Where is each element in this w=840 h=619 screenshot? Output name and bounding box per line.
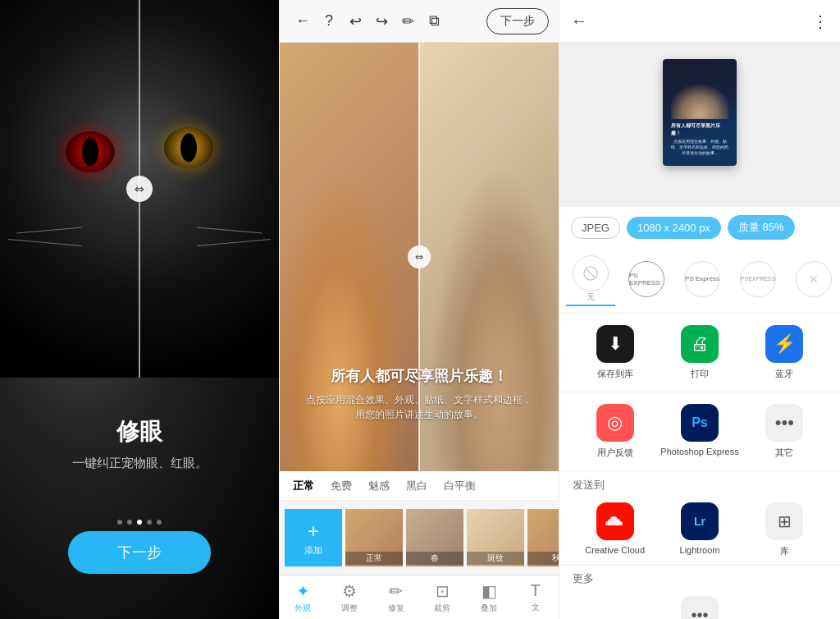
format-resolution[interactable]: 1080 x 2400 px xyxy=(627,217,721,239)
filter-thumb-autumn-label: 秋 xyxy=(527,552,559,565)
back-icon[interactable]: ← xyxy=(290,8,316,34)
nav-overlay[interactable]: ◧ 叠加 xyxy=(466,581,513,614)
filter-tab-wb[interactable]: 白平衡 xyxy=(444,479,476,493)
text-label: 文 xyxy=(532,602,540,613)
plus-icon: + xyxy=(308,520,319,543)
adjust-label: 调整 xyxy=(341,603,358,614)
repair-label: 修复 xyxy=(388,603,404,614)
redo-icon[interactable]: ↪ xyxy=(368,8,395,34)
action-print[interactable]: 🖨 打印 xyxy=(657,325,742,380)
feedback-icon: ◎ xyxy=(596,404,634,442)
creative-cloud-icon xyxy=(596,502,634,540)
overlay-icon: ◧ xyxy=(482,581,497,601)
logo-ps1[interactable]: PS EXPRESS xyxy=(622,261,671,300)
nav-repair[interactable]: ✏ 修复 xyxy=(372,581,419,614)
share-section: ⬇ 保存到库 🖨 打印 ⚡ 蓝牙 ◎ 用户反馈 Ps Photoshop Exp… xyxy=(559,314,840,619)
format-row: JPEG 1080 x 2400 px 质量 85% xyxy=(559,207,840,248)
overlay-desc: 点按应用混合效果、外观、贴纸、文字样式和边框，用您的照片讲述生动的故事。 xyxy=(304,392,534,422)
menu-icon-share[interactable]: ⋮ xyxy=(812,11,829,31)
filter-thumb-normal-label: 正常 xyxy=(345,552,403,565)
action-save[interactable]: ⬇ 保存到库 xyxy=(573,325,657,380)
back-button-share[interactable]: ← xyxy=(571,11,587,30)
ps-icon: Ps xyxy=(681,404,719,442)
logo-ps3[interactable]: PSEXPRESS xyxy=(733,261,783,300)
filter-thumb-spring[interactable]: 春 xyxy=(406,509,463,566)
bluetooth-icon: ⚡ xyxy=(765,325,803,363)
preview-card-desc: 点按应用混合效果、外观、贴纸、文字样式和边框，用您的照片讲述生动的故事。 xyxy=(671,139,728,156)
action-creative-cloud[interactable]: Creative Cloud xyxy=(573,502,657,555)
action-more-dots[interactable]: ••• xyxy=(573,596,827,619)
filter-thumbnails: + 添加 正常 春 斑纹 秋 xyxy=(280,501,559,575)
ps-logo-3: PSEXPRESS xyxy=(740,261,776,297)
filter-thumb-normal[interactable]: 正常 xyxy=(345,509,403,566)
add-label: 添加 xyxy=(304,544,322,557)
more-icon: ••• xyxy=(765,404,803,442)
format-quality[interactable]: 质量 85% xyxy=(728,215,795,240)
send-to-label: 发送到 xyxy=(559,471,840,496)
next-button-panel1[interactable]: 下一步 xyxy=(68,531,211,574)
ps-logo-row: 无 PS EXPRESS PS Express PSEXPRESS ✕ xyxy=(559,248,840,314)
lightroom-icon: Lr xyxy=(681,502,719,540)
action-library[interactable]: ⊞ 库 xyxy=(742,502,827,557)
add-filter-button[interactable]: + 添加 xyxy=(285,509,342,566)
ps-logo-4: ✕ xyxy=(796,261,832,297)
logo-none-label: 无 xyxy=(587,291,595,303)
filter-thumb-spring-label: 春 xyxy=(406,552,463,565)
lr-label: Lightroom xyxy=(680,545,720,555)
bottom-nav: ✦ 外观 ⚙ 调整 ✏ 修复 ⊡ 裁剪 ◧ 叠加 T 文 xyxy=(280,575,559,619)
dot-5 xyxy=(157,520,162,525)
action-photoshop[interactable]: Ps Photoshop Express xyxy=(657,404,742,456)
photo-split-icon: ⇔ xyxy=(408,245,431,268)
logo-none[interactable]: 无 xyxy=(566,255,615,306)
split-icon: ⇔ xyxy=(126,176,153,202)
nav-adjust[interactable]: ⚙ 调整 xyxy=(326,581,373,614)
dot-1 xyxy=(117,520,122,525)
nav-appearance[interactable]: ✦ 外观 xyxy=(280,581,326,614)
more-dots-icon: ••• xyxy=(681,596,719,619)
overlay-label: 叠加 xyxy=(481,603,497,614)
logo-ps4[interactable]: ✕ xyxy=(789,261,838,300)
action-lightroom[interactable]: Lr Lightroom xyxy=(657,502,742,555)
no-filter-icon xyxy=(573,255,609,291)
bluetooth-label: 蓝牙 xyxy=(775,368,793,380)
nav-crop[interactable]: ⊡ 裁剪 xyxy=(419,581,466,614)
filter-tab-normal[interactable]: 正常 xyxy=(293,479,314,493)
filter-thumb-autumn[interactable]: 秋 xyxy=(527,509,559,566)
svg-line-1 xyxy=(586,268,596,278)
help-icon[interactable]: ? xyxy=(316,8,342,34)
action-bluetooth[interactable]: ⚡ 蓝牙 xyxy=(742,325,827,380)
appearance-icon: ✦ xyxy=(296,581,310,601)
adjust-icon: ⚙ xyxy=(342,581,357,601)
dot-2 xyxy=(127,520,132,525)
compare-icon[interactable]: ⧉ xyxy=(421,8,447,34)
nav-text[interactable]: T 文 xyxy=(512,581,559,613)
send-to-row: Creative Cloud Lr Lightroom ⊞ 库 xyxy=(559,496,840,565)
panel1-text-block: 修眼 一键纠正宠物眼、红眼。 xyxy=(0,416,279,471)
share-actions-row-1: ⬇ 保存到库 🖨 打印 ⚡ 蓝牙 xyxy=(559,314,840,392)
filter-tab-charm[interactable]: 魅感 xyxy=(368,479,390,493)
logo-ps2[interactable]: PS Express xyxy=(678,261,727,300)
print-icon: 🖨 xyxy=(681,325,719,363)
share-actions-row-2: ◎ 用户反馈 Ps Photoshop Express ••• 其它 xyxy=(559,392,840,471)
filter-tab-bw[interactable]: 黑白 xyxy=(406,479,427,493)
filter-thumb-spotted[interactable]: 斑纹 xyxy=(467,509,524,566)
format-jpeg[interactable]: JPEG xyxy=(571,217,620,239)
edit-icon[interactable]: ✏ xyxy=(395,8,421,34)
split-divider: ⇔ xyxy=(139,0,140,378)
action-feedback[interactable]: ◎ 用户反馈 xyxy=(573,404,657,459)
next-button-editor[interactable]: 下一步 xyxy=(486,8,549,34)
print-label: 打印 xyxy=(691,368,709,380)
filter-tab-free[interactable]: 免费 xyxy=(331,479,352,493)
undo-icon[interactable]: ↩ xyxy=(342,8,368,34)
action-more[interactable]: ••• 其它 xyxy=(742,404,827,459)
ps-label: Photoshop Express xyxy=(660,447,738,456)
preview-card: 所有人都可尽享照片乐趣！ 点按应用混合效果、外观、贴纸、文字样式和边框，用您的照… xyxy=(663,59,737,166)
editor-topbar: ← ? ↩ ↪ ✏ ⧉ 下一步 xyxy=(280,0,559,43)
text-icon: T xyxy=(531,581,541,600)
filter-tabs: 正常 免费 魅感 黑白 白平衡 xyxy=(280,471,559,501)
preview-people xyxy=(671,70,728,119)
photo-preview: ⇔ 所有人都可尽享照片乐趣！ 点按应用混合效果、外观、贴纸、文字样式和边框，用您… xyxy=(280,43,559,471)
dot-4 xyxy=(147,520,152,525)
cc-label: Creative Cloud xyxy=(585,545,645,555)
share-preview: 所有人都可尽享照片乐趣！ 点按应用混合效果、外观、贴纸、文字样式和边框，用您的照… xyxy=(559,43,840,207)
